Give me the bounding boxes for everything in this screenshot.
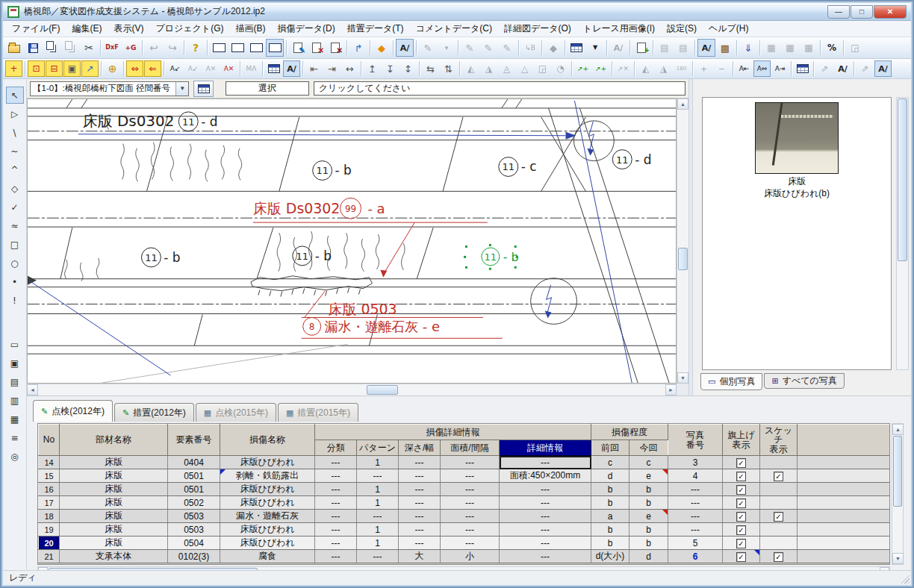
data-cell[interactable]: 床版: [60, 537, 168, 550]
layout-plain-button[interactable]: [210, 39, 228, 57]
damage-list-button[interactable]: [568, 39, 585, 57]
data-cell[interactable]: 0503: [168, 510, 220, 523]
help-button[interactable]: ?: [187, 39, 205, 57]
col-header-damage[interactable]: 損傷名称: [220, 425, 315, 456]
data-cell[interactable]: ---: [357, 469, 399, 483]
flow-h-button[interactable]: ⇔: [126, 60, 143, 77]
checkbox-checked-icon[interactable]: ✓: [736, 512, 746, 522]
row-number-cell[interactable]: 19: [39, 523, 60, 537]
sheet-add-button[interactable]: +: [632, 39, 650, 57]
row-number-cell[interactable]: 20: [39, 537, 60, 550]
mirror-v-button[interactable]: ◭: [462, 60, 479, 77]
data-cell[interactable]: ---: [315, 510, 357, 523]
open-button[interactable]: [5, 39, 23, 57]
stamp-tool[interactable]: ▣: [6, 354, 24, 372]
align-right-button[interactable]: ⇥: [323, 60, 341, 77]
data-cell[interactable]: ---: [357, 550, 399, 563]
list-tool[interactable]: ≡: [6, 429, 24, 446]
bridge-deck-drawing[interactable]: 床版 Ds0302 11 - d 11 - b 11 - c 11 - d 11…: [28, 99, 676, 383]
line-tool[interactable]: \: [6, 124, 24, 141]
sketch-display-cell[interactable]: ✓: [760, 550, 798, 563]
polygon-tool[interactable]: ◇: [6, 180, 24, 197]
dim-right-button[interactable]: A⇥: [771, 60, 789, 77]
annotation-number[interactable]: 8: [309, 322, 315, 332]
col-header-pattern[interactable]: パターン: [357, 440, 399, 456]
checkbox-checked-icon[interactable]: ✓: [736, 485, 746, 495]
space-v-button[interactable]: ⇅: [440, 60, 457, 77]
flag-delete-button[interactable]: A✕: [202, 60, 220, 77]
canvas-vertical-scrollbar[interactable]: ▲ ▼: [677, 98, 688, 384]
text-attr6-button[interactable]: A/: [874, 60, 892, 77]
data-cell[interactable]: d: [629, 550, 668, 563]
minimize-button[interactable]: —: [827, 5, 850, 19]
annotation-number[interactable]: 11: [182, 116, 194, 128]
scroll-right-arrow[interactable]: ►: [665, 384, 677, 395]
data-cell[interactable]: 床版: [60, 483, 168, 496]
data-cell[interactable]: 床版: [60, 496, 168, 510]
sheet-delete-all-button[interactable]: ✕: [326, 39, 344, 57]
data-cell[interactable]: 1: [357, 496, 399, 510]
col-header-flag[interactable]: 旗上げ 表示: [723, 425, 760, 456]
text-attr5-button[interactable]: A/: [834, 60, 851, 77]
rotate-180-button[interactable]: 180: [673, 60, 690, 77]
data-cell[interactable]: ---: [668, 496, 723, 510]
node-insert-button[interactable]: ↗+: [592, 60, 609, 77]
data-cell[interactable]: ---: [668, 523, 723, 537]
text-attribute3-button[interactable]: A/: [697, 39, 715, 57]
data-cell[interactable]: 0504: [168, 537, 220, 550]
data-cell[interactable]: 0501: [168, 469, 220, 483]
ratio-display-button[interactable]: %: [823, 39, 841, 57]
data-cell[interactable]: 支承本体: [60, 550, 168, 563]
node-add-button[interactable]: ↗+: [574, 60, 591, 77]
align-middle-button[interactable]: ↕: [400, 60, 417, 77]
flag-delete-all-button[interactable]: A✕: [220, 60, 237, 77]
sketch-display-cell[interactable]: [760, 456, 798, 469]
data-cell[interactable]: ---: [315, 483, 357, 496]
dxf-export-button[interactable]: DxF: [103, 39, 121, 57]
data-cell[interactable]: 床版: [60, 510, 168, 523]
row-number-cell[interactable]: 15: [39, 469, 60, 483]
sheet-jump-button[interactable]: ↗: [81, 60, 99, 77]
data-cell[interactable]: b: [591, 483, 629, 496]
window-list-button[interactable]: [265, 60, 282, 77]
checkbox-checked-icon[interactable]: ✓: [736, 525, 746, 535]
data-cell[interactable]: ---: [500, 496, 591, 510]
data-cell[interactable]: ---: [399, 469, 441, 483]
space-h-button[interactable]: ⇆: [422, 60, 439, 77]
close-button[interactable]: ✕: [874, 5, 907, 19]
mirror-h-button[interactable]: ◮: [480, 60, 497, 77]
rotate-right-button[interactable]: △: [516, 60, 533, 77]
menu-item[interactable]: 損傷データ(D): [271, 20, 341, 37]
data-cell[interactable]: ---: [441, 510, 500, 523]
data-cell[interactable]: 床版ひびわれ: [220, 496, 315, 510]
sheet-delete-button[interactable]: ✕: [308, 39, 326, 57]
data-cell[interactable]: ---: [500, 523, 591, 537]
data-cell[interactable]: b: [629, 496, 668, 510]
menu-item[interactable]: 設定(S): [661, 20, 703, 37]
menu-item[interactable]: トレース用画像(I): [577, 20, 661, 37]
point-tool[interactable]: •: [6, 273, 24, 290]
data-cell[interactable]: 0404: [168, 456, 220, 469]
checkbox-checked-icon[interactable]: ✓: [736, 458, 746, 468]
tab-inspection-2012[interactable]: ✎点検(2012年): [33, 400, 113, 422]
maximize-button[interactable]: □: [851, 5, 873, 19]
jump-sheet-button[interactable]: ↱: [349, 39, 367, 57]
zoom-extent-button[interactable]: ⊡: [28, 60, 45, 77]
undo-button[interactable]: ↩: [145, 39, 163, 57]
scroll-thumb[interactable]: [367, 385, 398, 395]
scroll-thumb[interactable]: [893, 436, 902, 507]
menu-item[interactable]: 表示(V): [108, 20, 149, 37]
data-cell[interactable]: 5: [668, 537, 723, 550]
col-header-class[interactable]: 分類: [315, 440, 357, 456]
cell-clear-button[interactable]: ▦: [800, 39, 818, 57]
rotate-left-button[interactable]: ◬: [498, 60, 515, 77]
fit-window-button[interactable]: ◲: [846, 39, 864, 57]
tab-all-photos[interactable]: ⊞すべての写真: [764, 373, 844, 389]
table-vertical-scrollbar[interactable]: ▲ ▼: [892, 423, 904, 565]
polyline-tool[interactable]: ^: [6, 161, 24, 178]
eraser-tool[interactable]: ▭: [6, 336, 24, 353]
layout-bottom-button[interactable]: [247, 39, 265, 57]
data-cell[interactable]: ---: [315, 496, 357, 510]
sketch-display-cell[interactable]: ✓: [760, 469, 798, 483]
align-bottom-button[interactable]: ↧: [382, 60, 399, 77]
